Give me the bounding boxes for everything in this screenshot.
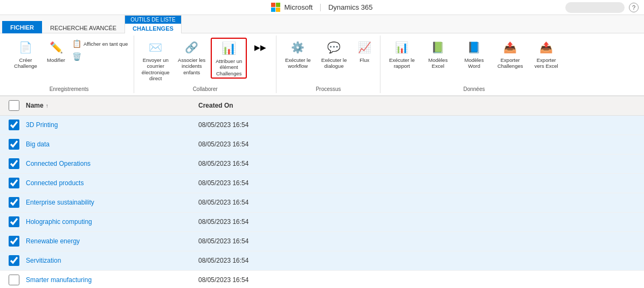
group-enregistrements-items: 📄 Créer Challenge ✏️ Modifier 📋 Afficher… <box>9 36 129 85</box>
btn-associer-label: Associer les incidents enfants <box>177 57 206 75</box>
btn-delete[interactable]: 🗑️ <box>70 51 129 62</box>
dialogue-icon: 💬 <box>326 39 343 56</box>
row-checkbox[interactable] <box>9 216 19 227</box>
col-header-name[interactable]: Name ↑ <box>26 102 198 109</box>
group-donnees-items: 📊 Exécuter le rapport 📗 Modèles Excel 📘 … <box>385 36 563 85</box>
btn-workflow-label: Exécuter le workflow <box>283 57 313 69</box>
row-date: 08/05/2023 16:54 <box>198 141 635 148</box>
group-enregistrements-label: Enregistrements <box>9 85 129 93</box>
tab-outils-group: OUTILS DE LISTE CHALLENGES <box>124 15 182 33</box>
btn-modeles-word[interactable]: 📘 Modèles Word <box>457 38 491 71</box>
group-processus-items: ⚙️ Exécuter le workflow 💬 Exécuter le di… <box>281 36 376 85</box>
email-icon: ✉️ <box>147 39 164 56</box>
top-bar: Microsoft Dynamics 365 ? <box>0 0 644 15</box>
rapport-icon: 📊 <box>393 39 411 56</box>
btn-afficher-label: Afficher en tant que <box>84 41 128 47</box>
flux-icon: 📈 <box>356 39 373 56</box>
tab-fichier[interactable]: FICHIER <box>2 21 42 33</box>
group-collaborer-label: Collaborer <box>139 85 272 93</box>
row-checkbox[interactable] <box>9 120 19 130</box>
btn-workflow[interactable]: ⚙️ Exécuter le workflow <box>281 38 315 71</box>
group-donnees-label: Données <box>385 85 563 93</box>
row-name[interactable]: Servitization <box>26 257 198 264</box>
row-name[interactable]: Connected Operations <box>26 160 198 167</box>
link-icon: 🔗 <box>183 39 200 56</box>
row-checkbox[interactable] <box>9 275 19 285</box>
row-checkbox[interactable] <box>9 178 19 188</box>
brand: Microsoft Dynamics 365 <box>271 3 372 12</box>
create-icon: 📄 <box>17 39 34 56</box>
row-date: 08/05/2023 16:54 <box>198 160 635 167</box>
btn-exporter-excel[interactable]: 📤 Exporter vers Excel <box>529 38 563 71</box>
btn-creer-challenge[interactable]: 📄 Créer Challenge <box>9 38 43 71</box>
btn-more-collaborer[interactable]: ▶▶ <box>249 38 272 57</box>
btn-modifier[interactable]: ✏️ Modifier <box>45 38 67 64</box>
group-collaborer: ✉️ Envoyer un courrier électronique dire… <box>134 36 276 93</box>
edit-icon: ✏️ <box>47 39 65 56</box>
select-all-checkbox[interactable] <box>9 100 19 111</box>
brand-divider <box>320 4 321 11</box>
btn-flux[interactable]: 📈 Flux <box>353 38 376 64</box>
group-enregistrements: 📄 Créer Challenge ✏️ Modifier 📋 Afficher… <box>4 36 134 93</box>
row-name[interactable]: Holographic computing <box>26 218 198 226</box>
afficher-delete-col: 📋 Afficher en tant que 🗑️ <box>70 38 129 62</box>
row-date: 08/05/2023 16:54 <box>198 179 635 187</box>
table-row: Smarter manufacturing 08/05/2023 16:54 <box>0 271 644 288</box>
btn-modeles-word-label: Modèles Word <box>459 57 489 69</box>
btn-attribuer[interactable]: 📊 Attribuer un élément Challenges <box>211 38 247 79</box>
btn-creer-label: Créer Challenge <box>11 57 40 69</box>
group-donnees: 📊 Exécuter le rapport 📗 Modèles Excel 📘 … <box>380 36 567 93</box>
ribbon: FICHIER RECHERCHE AVANCÉE OUTILS DE LIST… <box>0 15 644 96</box>
row-checkbox[interactable] <box>9 158 19 169</box>
row-checkbox[interactable] <box>9 139 19 150</box>
col-header-created[interactable]: Created On <box>198 102 635 109</box>
btn-envoyer[interactable]: ✉️ Envoyer un courrier électronique dire… <box>139 38 172 83</box>
word-icon: 📘 <box>466 39 483 56</box>
table-row: Renewable energy 08/05/2023 16:54 <box>0 232 644 251</box>
row-name[interactable]: Connected products <box>26 179 198 187</box>
challenges-label[interactable]: CHALLENGES <box>125 24 181 33</box>
btn-attribuer-label: Attribuer un élément Challenges <box>214 58 244 76</box>
tab-recherche[interactable]: RECHERCHE AVANCÉE <box>42 22 124 33</box>
row-date: 08/05/2023 16:54 <box>198 276 635 284</box>
row-checkbox[interactable] <box>9 255 19 266</box>
col-name-label: Name <box>26 102 44 109</box>
row-date: 08/05/2023 16:54 <box>198 121 635 129</box>
btn-modifier-label: Modifier <box>47 57 65 63</box>
row-name[interactable]: Renewable energy <box>26 237 198 245</box>
more-icon: ▶▶ <box>252 39 269 56</box>
row-date: 08/05/2023 16:54 <box>198 218 635 226</box>
btn-modeles-excel[interactable]: 📗 Modèles Excel <box>421 38 455 71</box>
group-collaborer-items: ✉️ Envoyer un courrier électronique dire… <box>139 36 272 85</box>
ribbon-tab-bar: FICHIER RECHERCHE AVANCÉE OUTILS DE LIST… <box>0 15 644 33</box>
ribbon-body: 📄 Créer Challenge ✏️ Modifier 📋 Afficher… <box>0 33 644 95</box>
user-avatar[interactable] <box>565 2 625 13</box>
table-row: Big data 08/05/2023 16:54 <box>0 135 644 154</box>
table-row: Connected Operations 08/05/2023 16:54 <box>0 154 644 174</box>
export-excel-icon: 📤 <box>538 39 555 56</box>
btn-associer[interactable]: 🔗 Associer les incidents enfants <box>175 38 209 76</box>
row-name[interactable]: Big data <box>26 141 198 148</box>
microsoft-logo <box>271 3 281 12</box>
row-checkbox[interactable] <box>9 236 19 247</box>
btn-afficher[interactable]: 📋 Afficher en tant que <box>70 38 129 50</box>
help-icon[interactable]: ? <box>629 3 639 12</box>
btn-rapport-label: Exécuter le rapport <box>387 57 417 69</box>
btn-flux-label: Flux <box>359 57 369 63</box>
list-body: 3D Printing 08/05/2023 16:54 Big data 08… <box>0 116 644 288</box>
product-name: Dynamics 365 <box>328 3 372 11</box>
delete-icon: 🗑️ <box>71 51 82 62</box>
table-row: Holographic computing 08/05/2023 16:54 <box>0 213 644 232</box>
btn-rapport[interactable]: 📊 Exécuter le rapport <box>385 38 419 71</box>
group-processus-label: Processus <box>281 85 376 93</box>
brand-name: Microsoft <box>284 3 313 11</box>
row-name[interactable]: Enterprise sustainability <box>26 199 198 206</box>
export-challenges-icon: 📤 <box>502 39 519 56</box>
btn-dialogue-label: Exécuter le dialogue <box>319 57 349 69</box>
workflow-icon: ⚙️ <box>289 39 307 56</box>
row-name[interactable]: Smarter manufacturing <box>26 276 198 284</box>
row-name[interactable]: 3D Printing <box>26 121 198 129</box>
btn-exporter-challenges[interactable]: 📤 Exporter Challenges <box>493 38 527 71</box>
row-checkbox[interactable] <box>9 197 19 208</box>
btn-dialogue[interactable]: 💬 Exécuter le dialogue <box>317 38 351 71</box>
